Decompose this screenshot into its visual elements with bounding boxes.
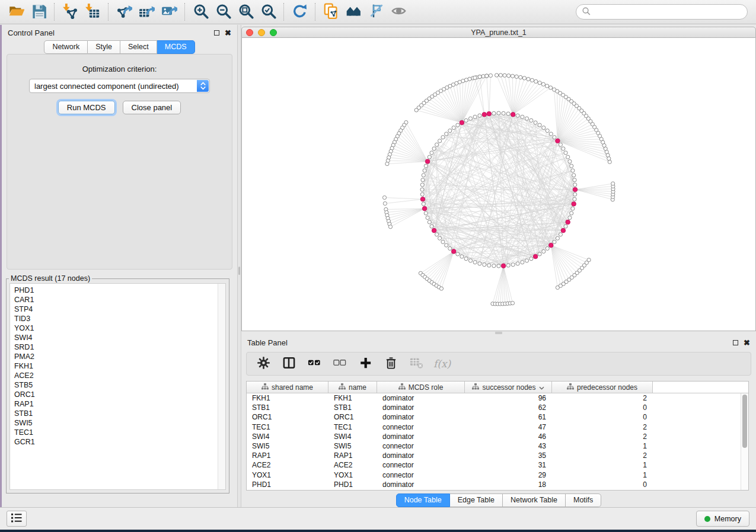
hide-annotations-button[interactable]: [365, 2, 387, 22]
mcds-result-item[interactable]: FKH1: [14, 361, 225, 371]
mcds-result-item[interactable]: SRD1: [14, 342, 225, 352]
tab-network[interactable]: Network: [44, 40, 88, 54]
add-entry-button[interactable]: [357, 355, 374, 372]
table-scrollbar[interactable]: [741, 393, 748, 490]
table-scrollbar-thumb[interactable]: [742, 395, 747, 448]
close-table-panel-icon[interactable]: ✖: [744, 340, 750, 345]
criterion-select[interactable]: largest connected component (undirected): [29, 79, 210, 93]
zoom-selected-button[interactable]: [257, 2, 279, 22]
mcds-result-item[interactable]: PHD1: [14, 286, 225, 295]
import-network-button[interactable]: [59, 2, 81, 22]
mcds-result-item[interactable]: STP4: [14, 305, 225, 314]
run-mcds-button[interactable]: Run MCDS: [58, 101, 115, 114]
column-header-successor-nodes[interactable]: successor nodes: [465, 382, 552, 393]
splitter-grip[interactable]: [238, 267, 240, 275]
search-box[interactable]: [576, 4, 748, 20]
mcds-result-item[interactable]: SWI4: [14, 333, 225, 342]
cell-shared-name: SWI4: [247, 432, 328, 441]
mcds-result-item[interactable]: YOX1: [14, 323, 225, 333]
mcds-result-item[interactable]: ORC1: [14, 390, 225, 399]
table-row[interactable]: FKH1FKH1dominator962: [247, 393, 748, 403]
table-row[interactable]: ACE2ACE2connector311: [247, 460, 748, 470]
column-header-shared-name[interactable]: shared name: [247, 382, 328, 393]
cell-shared-name: ORC1: [247, 413, 328, 421]
cell-MCDS-role: connector: [377, 442, 465, 450]
node-table: shared namenameMCDS rolesuccessor nodesp…: [246, 381, 749, 491]
table-row[interactable]: RAP1RAP1dominator352: [247, 451, 748, 460]
tab-select[interactable]: Select: [120, 40, 157, 54]
table-row[interactable]: STB1STB1dominator620: [247, 403, 748, 412]
mcds-result-item[interactable]: PMA2: [14, 352, 225, 361]
cell-predecessor-nodes: 2: [552, 432, 653, 441]
import-table-button[interactable]: [81, 2, 104, 22]
cell-shared-name: YOX1: [247, 471, 328, 479]
vertical-splitter[interactable]: [237, 25, 241, 507]
mcds-result-item[interactable]: GCR1: [14, 437, 225, 447]
network-canvas[interactable]: [241, 38, 756, 331]
settings-gear-button[interactable]: [255, 355, 272, 372]
table-row[interactable]: YOX1YOX1connector291: [247, 470, 748, 480]
result-list-scrollbar[interactable]: [218, 284, 225, 489]
memory-label: Memory: [714, 515, 741, 523]
toolbar-separator: [184, 3, 185, 21]
tab-network-table[interactable]: Network Table: [503, 493, 566, 507]
memory-button[interactable]: Memory: [696, 511, 749, 527]
column-layout-button[interactable]: [280, 355, 297, 372]
float-table-panel-icon[interactable]: [733, 340, 738, 345]
mcds-result-item[interactable]: TID3: [14, 314, 225, 323]
column-header-predecessor-nodes[interactable]: predecessor nodes: [552, 382, 653, 393]
close-panel-icon[interactable]: ✖: [225, 30, 231, 36]
refresh-layout-button[interactable]: [288, 2, 311, 22]
close-panel-button[interactable]: Close panel: [123, 101, 181, 114]
export-image-button[interactable]: [158, 2, 180, 22]
tab-motifs[interactable]: Motifs: [566, 493, 601, 507]
table-row[interactable]: SWI5SWI5connector431: [247, 441, 748, 451]
mcds-result-item[interactable]: STB1: [14, 409, 225, 418]
mcds-result-item[interactable]: SWI5: [14, 418, 225, 428]
show-graphics-button[interactable]: [387, 2, 410, 22]
tab-style[interactable]: Style: [88, 40, 120, 54]
table-row[interactable]: ORC1ORC1dominator610: [247, 412, 748, 422]
deselect-all-button[interactable]: [331, 355, 348, 372]
tab-edge-table[interactable]: Edge Table: [450, 493, 503, 507]
export-network-button[interactable]: [113, 2, 135, 22]
column-header-name[interactable]: name: [328, 382, 377, 393]
task-history-button[interactable]: [7, 511, 27, 527]
deselect-all-icon: [333, 356, 347, 372]
zoom-in-button[interactable]: [189, 2, 212, 22]
zoom-out-button[interactable]: [212, 2, 234, 22]
export-table-button[interactable]: [135, 2, 158, 22]
cell-successor-nodes: 47: [465, 423, 552, 431]
sitemap-icon: [472, 383, 479, 392]
tab-mcds[interactable]: MCDS: [157, 40, 195, 54]
zoom-fit-button[interactable]: [234, 2, 257, 22]
splitter-grip-horizontal[interactable]: [495, 332, 502, 334]
select-all-button[interactable]: [306, 355, 323, 372]
search-network-button[interactable]: [342, 2, 365, 22]
mcds-result-item[interactable]: RAP1: [14, 399, 225, 409]
mcds-result-list[interactable]: PHD1CAR1STP4TID3YOX1SWI4SRD1PMA2FKH1ACE2…: [9, 283, 226, 490]
control-panel-tabbar: NetworkStyleSelectMCDS: [2, 40, 237, 54]
table-row[interactable]: TEC1TEC1connector472: [247, 422, 748, 432]
tab-node-table[interactable]: Node Table: [396, 493, 450, 507]
table-row[interactable]: PHD1PHD1dominator180: [247, 480, 748, 489]
table-row[interactable]: SWI4SWI4dominator462: [247, 432, 748, 441]
mcds-result-item[interactable]: CAR1: [14, 295, 225, 305]
column-header-MCDS-role[interactable]: MCDS role: [377, 382, 465, 393]
open-file-button[interactable]: [5, 2, 27, 22]
save-session-button[interactable]: [27, 2, 50, 22]
select-stepper-icon[interactable]: [197, 80, 209, 92]
cell-successor-nodes: 62: [465, 403, 552, 412]
float-panel-icon[interactable]: [214, 30, 219, 36]
cell-shared-name: PHD1: [247, 480, 328, 489]
network-graph[interactable]: [242, 38, 755, 330]
share-document-button[interactable]: [320, 2, 342, 22]
mcds-result-item[interactable]: TEC1: [14, 428, 225, 437]
delete-entry-button[interactable]: [382, 355, 399, 372]
mcds-result-item[interactable]: ACE2: [14, 371, 225, 380]
mcds-result-item[interactable]: STB5: [14, 380, 225, 390]
search-input[interactable]: [594, 5, 747, 18]
cell-MCDS-role: dominator: [377, 480, 465, 489]
table-tabbar: Node TableEdge TableNetwork TableMotifs: [241, 493, 756, 507]
search-icon: [582, 7, 591, 18]
